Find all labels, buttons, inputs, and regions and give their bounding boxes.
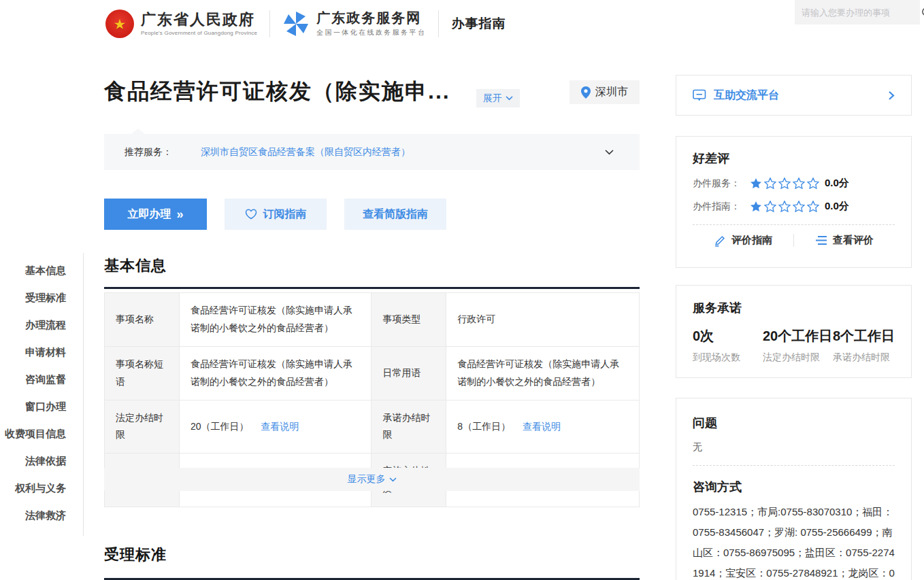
search-icon[interactable] [921,7,924,18]
row-label: 事项名称 [105,293,180,347]
row-label: 日常用语 [372,346,446,400]
promise-title: 服务承诺 [693,300,895,316]
portal-pinwheel-icon [282,10,310,37]
row-value: 行政许可 [446,293,640,347]
sidebar-item-process[interactable]: 办理流程 [0,311,83,339]
pencil-icon [714,235,726,247]
recommend-label: 推荐服务： [125,146,172,158]
gov-name-en: People's Government of Guangdong Provinc… [141,30,257,36]
rating-score: 0.0分 [825,177,849,190]
question-content: 无 [693,441,895,454]
sidebar-item-consult-supervise[interactable]: 咨询监督 [0,366,83,393]
service-guide-page: ★ 广东省人民政府 People's Government of Guangdo… [0,0,924,580]
portal-subtitle: 全国一体化在线政务服务平台 [316,28,426,37]
stat-statutory-limit: 20个工作日 法定办结时限 [763,327,833,364]
show-more-button[interactable]: 显示更多 [104,468,640,491]
star-rating [750,201,819,212]
chevron-down-icon [506,96,513,101]
apply-now-button[interactable]: 立即办理 » [104,199,207,230]
dashed-divider [693,224,895,225]
title-expand-label: 展开 [483,92,502,105]
rating-score: 0.0分 [825,200,849,213]
sidebar-item-materials[interactable]: 申请材料 [0,339,83,366]
row-label: 法定办结时限 [105,400,180,454]
section-anchor-nav: 基本信息 受理标准 办理流程 申请材料 咨询监督 窗口办理 收费项目信息 法律依… [0,253,84,536]
site-header: ★ 广东省人民政府 People's Government of Guangdo… [0,0,924,48]
double-arrow-icon: » [176,207,183,222]
row-value: 食品经营许可证核发（除实施申请人承诺制的小餐饮之外的食品经营者） [179,293,372,347]
page-type-label: 办事指南 [451,15,506,33]
city-selector[interactable]: 深圳市 [570,80,640,104]
header-divider [438,10,439,37]
consult-phone-numbers: 0755-12315；市局:0755-83070310；福田：0755-8345… [693,502,895,580]
sidebar-item-legal-basis[interactable]: 法律依据 [0,447,83,475]
national-emblem-icon: ★ [105,10,134,38]
mutual-exchange-card[interactable]: 互助交流平台 [676,75,912,116]
row-value: 食品经营许可证核发（除实施申请人承诺制的小餐饮之外的食品经营者） [446,346,640,400]
show-more-label: 显示更多 [348,473,386,485]
header-search [795,0,920,24]
recommend-bar-notch [131,129,145,134]
question-title: 问题 [693,415,895,431]
location-pin-icon [581,86,591,99]
gov-name: 广东省人民政府 [141,12,257,28]
service-promise-card: 服务承诺 0次 到现场次数 20个工作日 法定办结时限 8个工作日 承诺办结时限 [676,285,912,378]
sidebar-item-rights-obligations[interactable]: 权利与义务 [0,475,83,502]
page-title: 食品经营许可证核发（除实施申... [104,77,450,107]
rating-card: 好差评 办件服务： 0.0分 办件指南： 0.0分 [676,136,912,268]
row-label: 事项名称短语 [105,346,180,400]
recommend-service-bar: 推荐服务： 深圳市自贸区食品经营备案（限自贸区内经营者） [104,134,640,170]
row-value: 8（工作日） 查看说明 [446,400,640,454]
table-row: 法定办结时限 20（工作日） 查看说明 承诺办结时限 8（工作日） 查看说明 [105,400,640,454]
simple-guide-button[interactable]: 查看简版指南 [344,199,446,230]
city-name: 深圳市 [595,85,628,99]
rating-guide-link[interactable]: 评价指南 [693,234,794,247]
subscribe-guide-label: 订阅指南 [263,207,307,222]
chevron-right-icon [888,90,895,101]
rating-row-guide: 办件指南： 0.0分 [693,200,895,213]
star-rating [750,177,819,189]
heart-icon [245,209,257,220]
row-value: 食品经营许可证核发（除实施申请人承诺制的小餐饮之外的食品经营者） [179,346,372,400]
chat-bubble-icon [693,89,706,102]
recommend-collapse-icon[interactable] [605,150,614,155]
apply-now-label: 立即办理 [127,207,171,222]
promised-limit-note-link[interactable]: 查看说明 [523,421,561,432]
sidebar-item-window[interactable]: 窗口办理 [0,393,83,420]
sidebar-item-fees[interactable]: 收费项目信息 [0,420,83,447]
rating-row-service: 办件服务： 0.0分 [693,177,895,190]
list-icon [815,235,827,245]
recommend-service-link[interactable]: 深圳市自贸区食品经营备案（限自贸区内经营者） [201,146,410,158]
row-value: 20（工作日） 查看说明 [179,400,372,454]
table-row: 事项名称短语 食品经营许可证核发（除实施申请人承诺制的小餐饮之外的食品经营者） … [105,346,640,400]
consult-title: 咨询方式 [693,479,895,495]
table-row: 事项名称 食品经营许可证核发（除实施申请人承诺制的小餐饮之外的食品经营者） 事项… [105,293,640,347]
title-expand-button[interactable]: 展开 [476,89,520,107]
sidebar-item-legal-remedy[interactable]: 法律救济 [0,502,83,529]
question-consult-card: 问题 无 咨询方式 0755-12315；市局:0755-83070310；福田… [676,398,912,580]
search-input[interactable] [802,7,921,18]
stat-promised-limit: 8个工作日 承诺办结时限 [833,327,895,364]
subscribe-guide-button[interactable]: 订阅指南 [225,199,327,230]
accept-standard-heading: 受理标准 [104,545,640,580]
row-label: 事项类型 [372,293,446,347]
gov-logo[interactable]: 广东省人民政府 People's Government of Guangdong… [141,12,257,36]
chevron-down-icon [389,477,397,482]
dashed-divider [693,465,895,466]
portal-name: 广东政务服务网 [316,10,426,25]
basic-info-heading: 基本信息 [104,256,640,289]
sidebar-item-accept-standard[interactable]: 受理标准 [0,284,83,311]
header-divider [269,10,270,37]
mutual-exchange-label: 互助交流平台 [714,88,888,103]
simple-guide-label: 查看简版指南 [363,207,428,222]
row-label: 承诺办结时限 [372,400,446,454]
rating-title: 好差评 [693,150,895,167]
sidebar-item-basic-info[interactable]: 基本信息 [0,257,83,284]
view-ratings-link[interactable]: 查看评价 [794,234,895,247]
statutory-limit-note-link[interactable]: 查看说明 [261,421,299,432]
stat-visits: 0次 到现场次数 [693,327,763,364]
portal-logo-text[interactable]: 广东政务服务网 全国一体化在线政务服务平台 [316,10,426,37]
